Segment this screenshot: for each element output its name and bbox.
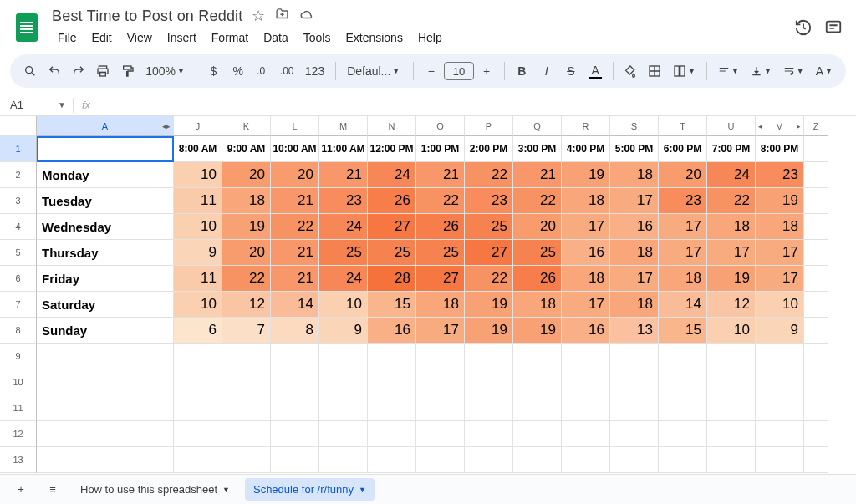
cell[interactable] bbox=[707, 395, 756, 421]
cell[interactable]: 18 bbox=[610, 240, 659, 266]
wrap-dropdown[interactable]: ▼ bbox=[778, 65, 809, 77]
cell[interactable]: 23 bbox=[465, 188, 513, 214]
cell[interactable]: 19 bbox=[707, 266, 756, 292]
cell[interactable]: 9 bbox=[174, 240, 222, 266]
cell[interactable]: 17 bbox=[416, 318, 465, 344]
cell[interactable] bbox=[37, 447, 174, 473]
cell[interactable]: 22 bbox=[465, 266, 513, 292]
select-all-cell[interactable] bbox=[0, 116, 37, 136]
cell[interactable] bbox=[756, 344, 804, 369]
cell[interactable]: 21 bbox=[271, 266, 319, 292]
cell[interactable]: 20 bbox=[222, 240, 271, 266]
cell[interactable]: 12:00 PM bbox=[368, 136, 416, 162]
cell[interactable]: 18 bbox=[562, 266, 610, 292]
cell[interactable]: 6:00 PM bbox=[659, 136, 707, 162]
cell[interactable]: 10 bbox=[319, 292, 368, 318]
col-header[interactable]: V◂▸ bbox=[756, 116, 804, 136]
cell[interactable] bbox=[804, 447, 828, 473]
cell[interactable] bbox=[368, 344, 416, 369]
cell[interactable]: 7:00 PM bbox=[707, 136, 756, 162]
cell[interactable] bbox=[222, 369, 271, 395]
cell[interactable] bbox=[319, 447, 368, 473]
cell[interactable]: 22 bbox=[271, 214, 319, 240]
cell[interactable]: 14 bbox=[271, 292, 319, 318]
italic-icon[interactable]: I bbox=[535, 59, 558, 83]
currency-icon[interactable]: $ bbox=[202, 59, 225, 83]
cell[interactable] bbox=[804, 240, 828, 266]
cell[interactable] bbox=[37, 421, 174, 447]
cell[interactable]: 11:00 AM bbox=[319, 136, 368, 162]
cell[interactable]: 17 bbox=[756, 266, 804, 292]
cell[interactable]: 8:00 AM bbox=[174, 136, 222, 162]
cell[interactable] bbox=[174, 395, 222, 421]
cell[interactable]: 17 bbox=[756, 240, 804, 266]
sheet-tab-howto[interactable]: How to use this spreadsheet▼ bbox=[72, 478, 238, 501]
cell[interactable]: Wednesday bbox=[37, 214, 174, 240]
sheet-tab-schedule[interactable]: Schedule for /r/funny▼ bbox=[245, 478, 374, 501]
strikethrough-icon[interactable]: S bbox=[559, 59, 582, 83]
cell[interactable]: 20 bbox=[222, 162, 271, 188]
cell[interactable]: 25 bbox=[319, 240, 368, 266]
star-icon[interactable]: ☆ bbox=[252, 7, 265, 26]
decrease-decimal-icon[interactable]: .0 bbox=[251, 59, 273, 83]
cell[interactable]: 16 bbox=[610, 214, 659, 240]
cell[interactable] bbox=[465, 344, 513, 369]
row-header[interactable]: 7 bbox=[0, 292, 37, 318]
col-header[interactable]: Z bbox=[804, 116, 828, 136]
cell[interactable]: 13 bbox=[610, 318, 659, 344]
cell[interactable] bbox=[804, 136, 828, 162]
cell[interactable] bbox=[562, 344, 610, 369]
cell[interactable]: 19 bbox=[222, 214, 271, 240]
cell[interactable]: 26 bbox=[368, 188, 416, 214]
bold-icon[interactable]: B bbox=[511, 59, 533, 83]
cell[interactable] bbox=[416, 421, 465, 447]
col-header[interactable]: U bbox=[707, 116, 756, 136]
row-header[interactable]: 13 bbox=[0, 447, 37, 473]
cell[interactable] bbox=[513, 369, 562, 395]
cell[interactable]: 21 bbox=[513, 162, 562, 188]
cell[interactable] bbox=[222, 421, 271, 447]
cell[interactable] bbox=[562, 369, 610, 395]
cell[interactable]: 18 bbox=[562, 188, 610, 214]
percent-icon[interactable]: % bbox=[227, 59, 249, 83]
cell[interactable]: 17 bbox=[659, 214, 707, 240]
cell[interactable] bbox=[804, 395, 828, 421]
cell[interactable] bbox=[37, 136, 174, 162]
cell[interactable]: 17 bbox=[562, 214, 610, 240]
borders-icon[interactable] bbox=[644, 59, 666, 83]
cell[interactable]: 26 bbox=[513, 266, 562, 292]
row-header[interactable]: 3 bbox=[0, 188, 37, 214]
cell[interactable] bbox=[610, 447, 659, 473]
cell[interactable] bbox=[271, 344, 319, 369]
cell[interactable] bbox=[37, 395, 174, 421]
cell[interactable]: 21 bbox=[416, 162, 465, 188]
cell[interactable] bbox=[174, 447, 222, 473]
cell[interactable]: 22 bbox=[513, 188, 562, 214]
cell[interactable]: 16 bbox=[368, 318, 416, 344]
cell[interactable]: 9 bbox=[319, 318, 368, 344]
cell[interactable] bbox=[756, 447, 804, 473]
cell[interactable] bbox=[416, 344, 465, 369]
cell[interactable] bbox=[222, 395, 271, 421]
row-header[interactable]: 1 bbox=[0, 136, 37, 162]
menu-extensions[interactable]: Extensions bbox=[339, 28, 408, 48]
cell[interactable]: 25 bbox=[416, 240, 465, 266]
cell[interactable]: 2:00 PM bbox=[465, 136, 513, 162]
cell[interactable]: 8:00 PM bbox=[756, 136, 804, 162]
cell[interactable] bbox=[610, 369, 659, 395]
cell[interactable] bbox=[513, 421, 562, 447]
merge-cells-dropdown[interactable]: ▼ bbox=[668, 64, 701, 78]
cell[interactable]: 5:00 PM bbox=[610, 136, 659, 162]
cell[interactable] bbox=[804, 421, 828, 447]
row-header[interactable]: 9 bbox=[0, 344, 37, 369]
cell[interactable] bbox=[804, 266, 828, 292]
cell[interactable] bbox=[804, 214, 828, 240]
row-header[interactable]: 6 bbox=[0, 266, 37, 292]
cell[interactable]: 20 bbox=[659, 162, 707, 188]
cell[interactable]: 19 bbox=[465, 318, 513, 344]
cell[interactable]: 16 bbox=[562, 240, 610, 266]
menu-file[interactable]: File bbox=[52, 28, 83, 48]
cell[interactable]: 24 bbox=[319, 214, 368, 240]
cell[interactable] bbox=[756, 395, 804, 421]
cell[interactable] bbox=[562, 395, 610, 421]
